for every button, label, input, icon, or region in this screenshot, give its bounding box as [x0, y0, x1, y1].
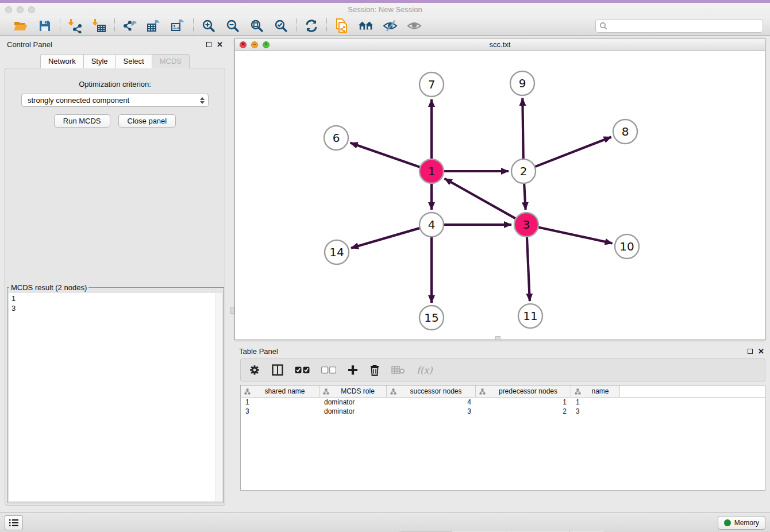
column-header-name[interactable]: name	[571, 385, 620, 397]
column-header-shared-name[interactable]: shared name	[241, 385, 319, 397]
node-table-header: shared nameMCDS rolesuccessor nodesprede…	[241, 385, 765, 398]
refresh-layout-icon[interactable]	[303, 18, 319, 33]
edge-2-8[interactable]	[535, 137, 611, 167]
home-icon[interactable]	[358, 18, 374, 33]
column-type-icon	[244, 388, 251, 395]
search-box[interactable]	[595, 19, 763, 33]
graph-edges	[351, 98, 613, 303]
close-panel-button[interactable]: Close panel	[118, 114, 176, 128]
task-list-icon	[9, 519, 19, 527]
column-type-icon	[323, 388, 329, 395]
edge-3-1[interactable]	[445, 179, 516, 219]
main-toolbar	[0, 16, 770, 36]
table-cell[interactable]: 2	[476, 407, 571, 416]
export-image-icon[interactable]	[170, 18, 186, 33]
import-network-icon[interactable]	[67, 18, 83, 33]
zoom-selected-icon[interactable]	[273, 18, 289, 33]
node-label-1: 1	[428, 164, 436, 178]
float-panel-icon[interactable]	[206, 42, 211, 47]
table-row[interactable]: 1dominator411	[241, 398, 765, 407]
table-row[interactable]: 3dominator323	[241, 407, 765, 416]
table-cell[interactable]: 3	[241, 407, 319, 416]
node-label-6: 6	[333, 131, 340, 145]
tab-mcds[interactable]: MCDS	[152, 54, 190, 68]
network-window-titlebar[interactable]: ✕ − + scc.txt	[235, 38, 765, 51]
table-cell[interactable]: 4	[387, 398, 476, 407]
mcds-result-text: 1 3	[9, 293, 215, 501]
task-history-button[interactable]	[5, 515, 23, 530]
select-all-icon[interactable]	[295, 363, 310, 377]
control-panel: Control Panel ✕ NetworkStyleSelectMCDS O…	[0, 36, 230, 509]
node-label-10: 10	[619, 240, 634, 253]
deselect-all-icon[interactable]	[321, 363, 336, 377]
close-panel-icon[interactable]: ✕	[217, 42, 223, 47]
import-table-icon[interactable]	[91, 18, 107, 33]
table-panel-title: Table Panel	[239, 347, 278, 356]
table-cell[interactable]: 1	[476, 398, 571, 407]
export-network-icon[interactable]	[122, 18, 138, 33]
control-panel-tabs: NetworkStyleSelectMCDS	[0, 54, 230, 68]
edge-4-14[interactable]	[351, 228, 420, 248]
node-label-2: 2	[520, 164, 528, 178]
table-cell[interactable]: 3	[571, 407, 620, 416]
settings-gear-icon[interactable]	[249, 363, 260, 377]
mcds-result-title: MCDS result (2 nodes)	[9, 283, 88, 292]
hide-eye-icon[interactable]	[382, 18, 398, 33]
node-label-15: 15	[424, 311, 438, 325]
mac-titlebar: Session: New Session	[0, 3, 770, 16]
table-cell[interactable]: dominator	[319, 407, 387, 416]
zoom-fit-icon[interactable]	[249, 18, 265, 33]
optimization-criterion-label: Optimization criterion:	[5, 80, 225, 88]
edge-1-6[interactable]	[351, 143, 421, 167]
delete-column-icon[interactable]	[369, 363, 380, 377]
network-view-window: ✕ − + scc.txt 1234678910111415	[234, 38, 765, 340]
export-table-icon[interactable]	[146, 18, 162, 33]
node-table[interactable]: shared nameMCDS rolesuccessor nodesprede…	[240, 385, 765, 491]
close-table-panel-icon[interactable]: ✕	[758, 349, 764, 354]
mcds-result-fieldset: MCDS result (2 nodes) 1 3	[7, 283, 224, 503]
table-cell[interactable]: 1	[241, 398, 319, 407]
search-input[interactable]	[607, 22, 759, 30]
save-session-icon[interactable]	[37, 18, 53, 33]
column-header-successor-nodes[interactable]: successor nodes	[387, 385, 476, 397]
run-mcds-button[interactable]: Run MCDS	[54, 114, 110, 128]
open-session-icon[interactable]	[13, 18, 29, 33]
table-cell[interactable]: dominator	[319, 398, 387, 407]
column-type-icon	[575, 388, 581, 395]
zoom-out-icon[interactable]	[225, 18, 241, 33]
table-toolbar: f(x)	[240, 358, 765, 381]
network-canvas[interactable]: 1234678910111415	[235, 51, 765, 340]
column-layout-icon[interactable]	[272, 363, 283, 377]
column-type-icon	[479, 388, 486, 395]
function-builder-icon: f(x)	[417, 363, 432, 377]
tab-network[interactable]: Network	[40, 54, 83, 68]
zoom-in-icon[interactable]	[201, 18, 217, 33]
node-table-body: 1dominator4113dominator323	[241, 398, 765, 416]
column-header-MCDS-role[interactable]: MCDS role	[319, 385, 387, 397]
table-cell[interactable]: 3	[387, 407, 476, 416]
duplicate-network-icon[interactable]	[334, 18, 350, 33]
criterion-dropdown[interactable]: strongly connected component	[21, 94, 209, 107]
criterion-dropdown-value: strongly connected component	[28, 96, 200, 105]
panel-splitter-grip[interactable]	[230, 307, 234, 314]
tab-select[interactable]: Select	[116, 54, 152, 68]
control-panel-title: Control Panel	[7, 40, 52, 49]
column-header-predecessor-nodes[interactable]: predecessor nodes	[476, 385, 571, 397]
edge-2-9[interactable]	[522, 98, 523, 159]
node-label-14: 14	[329, 245, 344, 259]
float-table-panel-icon[interactable]	[748, 349, 753, 354]
node-label-4: 4	[428, 218, 436, 232]
node-label-11: 11	[523, 309, 537, 323]
network-window-resize-grip[interactable]	[495, 336, 500, 340]
edge-3-11[interactable]	[527, 237, 530, 301]
window-title: Session: New Session	[0, 5, 770, 14]
show-eye-icon[interactable]	[406, 18, 422, 33]
delete-table-icon	[391, 363, 405, 377]
edge-3-10[interactable]	[538, 227, 613, 243]
tab-style[interactable]: Style	[83, 54, 116, 68]
network-window-title: scc.txt	[235, 40, 765, 49]
table-cell[interactable]: 1	[571, 398, 620, 407]
add-column-icon[interactable]	[348, 363, 358, 377]
mcds-result-scrollbar[interactable]	[215, 293, 222, 501]
edge-2-3[interactable]	[524, 183, 525, 210]
